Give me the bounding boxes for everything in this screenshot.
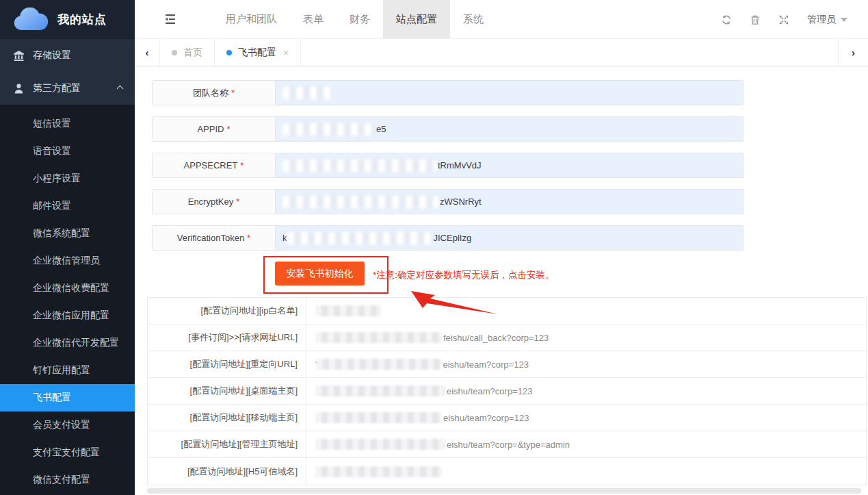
required-asterisk: * [226, 124, 230, 134]
chevron-down-icon [841, 18, 847, 22]
redacted-value [287, 232, 432, 244]
table-row: [配置访问地址][管理主页地址] eishu/team?corp=&type=a… [148, 431, 866, 458]
sidebar-item-voice-settings[interactable]: 语音设置 [0, 138, 135, 165]
redacted-value [315, 439, 445, 450]
nav-forms[interactable]: 表单 [290, 0, 337, 38]
sidebar-item-sms-settings[interactable]: 短信设置 [0, 110, 135, 138]
top-header: 用户和团队 表单 财务 站点配置 系统 [135, 0, 868, 39]
collapse-menu-icon[interactable] [163, 14, 177, 25]
user-name: 管理员 [807, 14, 836, 26]
tab-bar: ‹ 首页 飞书配置 × › [135, 39, 868, 66]
install-feishu-button[interactable]: 安装飞书初始化 [275, 262, 365, 285]
redacted-value [282, 87, 332, 99]
redacted-value [315, 412, 442, 423]
table-row: [配置访问地址][ip白名单] [148, 298, 866, 325]
form-row-appid: APPID* e5 [152, 116, 744, 142]
redacted-value [282, 123, 375, 136]
tabs-scroll-left-button[interactable]: ‹ [135, 39, 160, 66]
form-row-verificationtoken: VerificationToken* k JICEplIzg [152, 225, 744, 251]
sidebar-item-mail-settings[interactable]: 邮件设置 [0, 192, 135, 220]
app-window: 我的站点 存储设置 第三方配置 短信设置 语音设置 小程序设置 邮件设置 [0, 0, 868, 495]
sidebar-item-member-payment-settings[interactable]: 会员支付设置 [0, 411, 135, 439]
fullscreen-icon[interactable] [778, 14, 789, 25]
table-row: [配置访问地址][桌面端主页] eishu/team?corp=123 [148, 378, 866, 405]
sidebar-item-wecom-admin[interactable]: 企业微信管理员 [0, 247, 135, 275]
sidebar-item-storage-settings[interactable]: 存储设置 [0, 39, 135, 72]
nav-site-config[interactable]: 站点配置 [383, 0, 450, 38]
sidebar-item-miniprogram-settings[interactable]: 小程序设置 [0, 165, 135, 192]
redacted-value [315, 385, 445, 396]
tab-status-dot [172, 50, 177, 55]
redacted-value [282, 196, 438, 208]
appsecret-input[interactable]: tRmMvVdJ [276, 153, 743, 177]
sidebar-item-alipay-config[interactable]: 支付宝支付配置 [0, 439, 135, 466]
required-asterisk: * [236, 196, 239, 207]
verificationtoken-input[interactable]: k JICEplIzg [276, 226, 743, 250]
required-asterisk: * [231, 88, 235, 98]
config-url-table: [配置访问地址][ip白名单] [事件订阅]>>[请求网址URL] feishu… [147, 297, 867, 485]
install-warning-note: *注意:确定对应参数填写无误后，点击安装。 [373, 269, 555, 281]
appid-input[interactable]: e5 [276, 117, 743, 141]
nav-system[interactable]: 系统 [450, 0, 497, 38]
refresh-icon[interactable] [721, 14, 732, 25]
header-tools: 管理员 [721, 0, 868, 39]
sidebar-submenu: 短信设置 语音设置 小程序设置 邮件设置 微信系统配置 企业微信管理员 企业微信… [0, 105, 135, 494]
form-row-encryptkey: EncryptKey* zWSNrRyt [152, 189, 744, 214]
tab-status-dot [226, 50, 232, 55]
sidebar-item-feishu-config[interactable]: 飞书配置 [0, 384, 135, 411]
sidebar-item-wecom-app-config[interactable]: 企业微信应用配置 [0, 302, 135, 329]
tabs-scroll-right-button[interactable]: › [838, 39, 868, 66]
table-row: [配置访问地址][移动端主页] eishu/team?corp=123 [148, 405, 866, 431]
tab-home[interactable]: 首页 [160, 39, 215, 66]
main-content: 团队名称* APPID* e5 APPSECRET* [135, 67, 868, 495]
redacted-value [317, 359, 441, 370]
redacted-value [315, 305, 381, 316]
user-menu[interactable]: 管理员 [807, 14, 847, 26]
sidebar-item-wechat-system-config[interactable]: 微信系统配置 [0, 220, 135, 247]
sidebar-item-wecom-billing-config[interactable]: 企业微信收费配置 [0, 275, 135, 302]
field-label: EncryptKey [188, 196, 233, 207]
field-label: 团队名称 [193, 87, 228, 99]
redacted-value [315, 466, 442, 477]
nav-users-teams[interactable]: 用户和团队 [213, 0, 290, 38]
team-name-input[interactable] [276, 81, 743, 105]
sidebar-item-dingtalk-app-config[interactable]: 钉钉应用配置 [0, 357, 135, 384]
sidebar-item-wecom-dev-config[interactable]: 企业微信代开发配置 [0, 329, 135, 357]
trash-icon[interactable] [750, 14, 761, 25]
sidebar-group-label: 第三方配置 [33, 82, 81, 94]
bank-icon [13, 50, 25, 62]
sidebar-groups: 存储设置 第三方配置 [0, 39, 135, 105]
redacted-value [282, 160, 436, 172]
encryptkey-input[interactable]: zWSNrRyt [276, 190, 743, 214]
user-icon [13, 83, 25, 94]
tab-feishu-config[interactable]: 飞书配置 × [215, 39, 301, 66]
top-nav: 用户和团队 表单 财务 站点配置 系统 [213, 0, 497, 38]
nav-finance[interactable]: 财务 [337, 0, 383, 38]
sidebar: 我的站点 存储设置 第三方配置 短信设置 语音设置 小程序设置 邮件设置 [0, 0, 135, 495]
form-row-appsecret: APPSECRET* tRmMvVdJ [152, 153, 744, 178]
field-label: APPID [197, 124, 224, 134]
table-row: [事件订阅]>>[请求网址URL] feishu/call_back?corp=… [148, 325, 866, 351]
required-asterisk: * [247, 233, 250, 243]
field-label: VerificationToken [177, 233, 244, 243]
required-asterisk: * [240, 160, 244, 170]
chevron-up-icon [117, 86, 124, 92]
table-row: [配置访问地址][H5可信域名] [148, 458, 866, 485]
site-title: 我的站点 [57, 12, 107, 27]
table-row: [配置访问地址][重定向URL] 'eishu/team?corp=123 [148, 351, 866, 378]
feishu-config-form: 团队名称* APPID* e5 APPSECRET* [152, 80, 744, 262]
close-icon[interactable]: × [283, 47, 289, 58]
horizontal-scrollbar[interactable] [147, 488, 861, 494]
sidebar-item-wechat-pay-config[interactable]: 微信支付配置 [0, 466, 135, 494]
sidebar-item-third-party-config[interactable]: 第三方配置 [0, 72, 135, 105]
brand-logo[interactable]: 我的站点 [0, 0, 135, 39]
form-row-team-name: 团队名称* [152, 80, 744, 105]
cloud-logo-icon [12, 8, 49, 32]
redacted-value [315, 332, 442, 343]
field-label: APPSECRET [184, 160, 238, 170]
sidebar-group-label: 存储设置 [33, 49, 71, 62]
